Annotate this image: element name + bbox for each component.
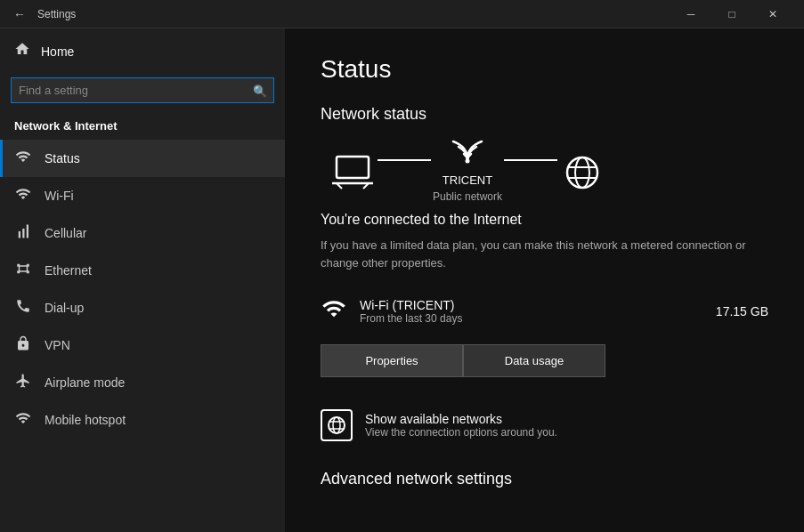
sidebar-item-hotspot-label: Mobile hotspot: [45, 413, 126, 427]
sidebar-item-ethernet-label: Ethernet: [45, 263, 92, 278]
router-icon: [444, 134, 491, 173]
available-networks[interactable]: Show available networks View the connect…: [321, 399, 768, 452]
svg-point-6: [575, 157, 589, 188]
sidebar-item-cellular-label: Cellular: [45, 226, 86, 240]
wifi-card-name: Wi-Fi (TRICENT): [360, 298, 716, 312]
network-node-laptop: [329, 155, 376, 190]
network-name: TRICENT: [443, 173, 492, 187]
sidebar-item-status[interactable]: Status: [0, 140, 285, 177]
hotspot-icon: [14, 410, 32, 430]
globe-diagram-icon: [559, 155, 605, 190]
available-networks-icon: [321, 409, 353, 441]
sidebar-item-wifi[interactable]: Wi-Fi: [0, 177, 285, 214]
available-networks-text: Show available networks View the connect…: [365, 412, 557, 439]
cellular-icon: [14, 223, 32, 243]
wifi-icon: [14, 186, 32, 206]
sidebar-item-hotspot[interactable]: Mobile hotspot: [0, 401, 285, 439]
main-container: Home 🔍 Network & Internet Status Wi-Fi: [0, 28, 804, 532]
sidebar: Home 🔍 Network & Internet Status Wi-Fi: [0, 28, 285, 532]
vpn-icon: [14, 335, 32, 355]
action-buttons: Properties Data usage: [321, 344, 768, 377]
wifi-card-usage: 17.15 GB: [716, 304, 768, 318]
available-networks-title: Show available networks: [365, 412, 557, 426]
svg-point-4: [466, 159, 470, 164]
connection-desc: If you have a limited data plan, you can…: [321, 237, 768, 271]
wifi-card-info: Wi-Fi (TRICENT) From the last 30 days: [360, 298, 716, 325]
section-title: Network & Internet: [0, 114, 285, 140]
maximize-button[interactable]: □: [711, 0, 752, 28]
search-box: 🔍: [11, 77, 274, 103]
sidebar-item-vpn[interactable]: VPN: [0, 326, 285, 364]
sidebar-item-cellular[interactable]: Cellular: [0, 214, 285, 252]
window-controls: ─ □ ✕: [670, 0, 793, 28]
minimize-button[interactable]: ─: [670, 0, 711, 28]
back-button[interactable]: ←: [11, 5, 28, 23]
app-title: Settings: [37, 8, 670, 20]
advanced-title: Advanced network settings: [321, 470, 768, 488]
wifi-card-icon: [321, 296, 347, 326]
wifi-card-period: From the last 30 days: [360, 312, 716, 325]
network-node-internet: [559, 155, 605, 190]
network-node-router: TRICENT Public network: [433, 141, 502, 203]
sidebar-item-dialup-label: Dial-up: [45, 301, 84, 315]
search-icon: 🔍: [253, 84, 267, 97]
page-title: Status: [321, 55, 768, 84]
close-button[interactable]: ✕: [752, 0, 793, 28]
available-networks-subtitle: View the connection options around you.: [365, 426, 557, 439]
svg-point-11: [333, 417, 340, 433]
wifi-card: Wi-Fi (TRICENT) From the last 30 days 17…: [321, 289, 768, 334]
sidebar-item-airplane[interactable]: Airplane mode: [0, 364, 285, 401]
sidebar-item-vpn-label: VPN: [45, 338, 70, 352]
dialup-icon: [14, 298, 32, 318]
home-icon: [14, 41, 30, 61]
network-diagram: TRICENT Public network: [321, 141, 768, 203]
svg-point-5: [567, 157, 597, 188]
svg-rect-9: [321, 410, 352, 440]
content-area: Status Network status: [285, 28, 804, 532]
line-2: [504, 159, 557, 161]
svg-point-10: [329, 417, 345, 433]
sidebar-item-airplane-label: Airplane mode: [45, 375, 125, 390]
line-1: [378, 159, 431, 161]
network-type: Public network: [433, 190, 502, 203]
laptop-icon: [329, 155, 376, 190]
ethernet-icon: [14, 261, 32, 280]
search-input[interactable]: [11, 77, 274, 103]
connection-status: You're connected to the Internet: [321, 212, 768, 228]
properties-button[interactable]: Properties: [321, 344, 463, 377]
network-status-title: Network status: [321, 105, 768, 124]
home-nav-item[interactable]: Home: [0, 28, 285, 74]
sidebar-item-dialup[interactable]: Dial-up: [0, 289, 285, 326]
sidebar-item-ethernet[interactable]: Ethernet: [0, 252, 285, 289]
title-bar: ← Settings ─ □ ✕: [0, 0, 804, 28]
airplane-icon: [14, 373, 32, 392]
sidebar-item-wifi-label: Wi-Fi: [45, 189, 74, 203]
sidebar-item-status-label: Status: [45, 151, 80, 165]
status-icon: [14, 149, 32, 168]
data-usage-button[interactable]: Data usage: [463, 344, 605, 377]
home-label: Home: [41, 44, 74, 59]
svg-rect-0: [337, 157, 369, 178]
